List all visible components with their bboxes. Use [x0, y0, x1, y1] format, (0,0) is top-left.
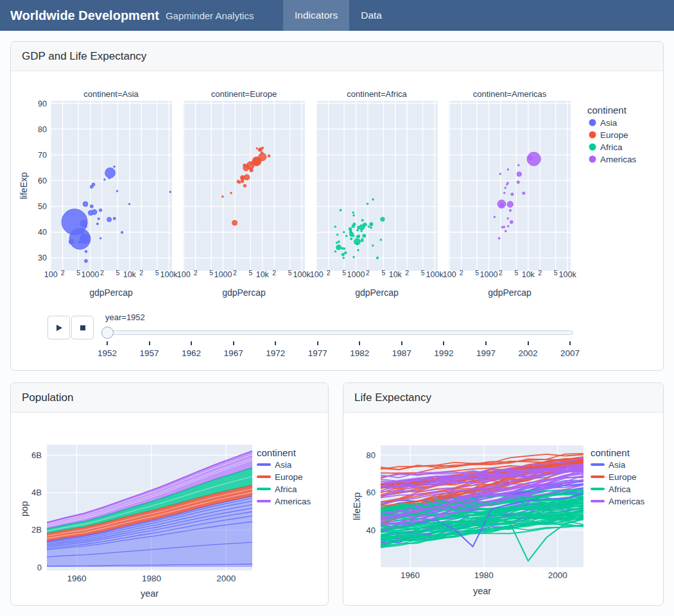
- svg-text:2: 2: [405, 269, 409, 277]
- legend-item-europe[interactable]: Europe: [591, 472, 637, 482]
- legend-item-americas[interactable]: Americas: [591, 497, 645, 506]
- slider-tick-label: 1977: [298, 348, 337, 358]
- bubble-serbia: [243, 184, 246, 187]
- gdp-life-scatter-chart[interactable]: continent=Asia1002510002510k25100kgdpPer…: [11, 71, 663, 305]
- legend-item-asia[interactable]: Asia: [591, 460, 626, 470]
- bubble-panama: [503, 192, 505, 194]
- bubble-iraq: [113, 218, 116, 220]
- nav-tabs: IndicatorsData: [283, 0, 393, 31]
- svg-text:pop: pop: [19, 501, 30, 517]
- population-area-chart[interactable]: 02B4B6B196019802000yearpopcontinentAsiaE…: [11, 413, 328, 605]
- svg-text:2000: 2000: [216, 574, 236, 583]
- bubble-mongolia: [85, 226, 87, 228]
- bubble-zimbabwe: [340, 209, 341, 211]
- bubble-mauritania: [350, 230, 352, 232]
- slider-tick-label: 1967: [214, 348, 253, 358]
- slider-tick-label: 1962: [172, 348, 211, 358]
- bubble-iran: [107, 218, 112, 222]
- bubble-mexico: [507, 201, 513, 207]
- svg-text:80: 80: [367, 450, 376, 460]
- bubble-uruguay: [518, 164, 520, 166]
- bubble-liberia: [346, 235, 348, 237]
- facet-asia[interactable]: continent=Asia1002510002510k25100kgdpPer…: [44, 89, 178, 298]
- bubble-mauritius: [367, 203, 368, 205]
- legend-item-europe[interactable]: Europe: [589, 130, 628, 140]
- svg-text:40: 40: [367, 526, 376, 535]
- svg-text:2: 2: [499, 269, 503, 277]
- legend-item-africa[interactable]: Africa: [257, 484, 297, 494]
- bubble-eritrea: [336, 242, 338, 244]
- bubble-ireland: [250, 162, 252, 164]
- svg-text:5: 5: [381, 269, 385, 277]
- slider-tick-label: 1972: [256, 348, 295, 358]
- year-slider-handle[interactable]: [101, 327, 114, 339]
- bubble-ecuador: [509, 209, 511, 211]
- bubble-haiti: [498, 237, 500, 239]
- legend-item-americas[interactable]: Americas: [257, 497, 311, 506]
- svg-text:1000: 1000: [347, 270, 365, 279]
- legend-item-africa[interactable]: Africa: [589, 142, 623, 152]
- svg-text:Africa: Africa: [275, 484, 297, 494]
- legend-item-asia[interactable]: Asia: [257, 460, 292, 470]
- play-icon: [55, 324, 63, 332]
- legend-item-americas[interactable]: Americas: [589, 155, 637, 164]
- bubble-el-salvador: [507, 218, 509, 219]
- facet-europe[interactable]: continent=Europe1002510002510k25100kgdpP…: [177, 89, 311, 298]
- slider-tick-label: 1992: [424, 348, 463, 358]
- svg-text:10k: 10k: [256, 270, 270, 279]
- svg-text:gdpPercap: gdpPercap: [355, 287, 399, 298]
- tab-indicators[interactable]: Indicators: [283, 0, 349, 31]
- bubble-south-africa: [381, 218, 385, 221]
- bubble-swaziland: [358, 228, 359, 230]
- stop-button[interactable]: [71, 316, 94, 339]
- legend-item-europe[interactable]: Europe: [257, 472, 303, 482]
- legend-item-africa[interactable]: Africa: [591, 484, 631, 494]
- svg-text:10k: 10k: [389, 270, 402, 279]
- card-population: Population 02B4B6B196019802000yearpopcon…: [10, 382, 329, 606]
- svg-text:100k: 100k: [293, 270, 311, 279]
- svg-text:1980: 1980: [142, 574, 161, 583]
- svg-text:year: year: [141, 588, 159, 599]
- slider-tick-label: 1987: [383, 348, 421, 358]
- bubble-togo: [352, 235, 354, 237]
- svg-text:2: 2: [538, 269, 542, 277]
- bubble-portugal: [241, 180, 244, 183]
- bubble-nicaragua: [507, 225, 509, 227]
- svg-text:Africa: Africa: [600, 142, 623, 152]
- slider-tick: [317, 341, 318, 345]
- facet-americas[interactable]: continent=Americas1002510002510k25100kgd…: [443, 89, 577, 298]
- bubble-lesotho: [334, 226, 336, 228]
- svg-text:continent=Africa: continent=Africa: [347, 89, 407, 99]
- tab-data[interactable]: Data: [349, 0, 393, 31]
- svg-text:2: 2: [61, 269, 65, 277]
- bubble-israel: [114, 166, 116, 168]
- play-button[interactable]: [48, 316, 70, 339]
- svg-text:continent=Europe: continent=Europe: [211, 89, 277, 99]
- bubble-chile: [511, 193, 514, 196]
- bubble-libya: [370, 225, 372, 227]
- bubble-greece: [243, 164, 246, 167]
- bubble-cuba: [517, 181, 519, 184]
- card-title-gdp-life: GDP and Life Expectancy: [11, 42, 663, 71]
- svg-text:5: 5: [116, 269, 119, 277]
- svg-text:70: 70: [38, 151, 47, 160]
- bubble-sierra-leone: [353, 256, 355, 258]
- facet-africa[interactable]: continent=Africa1002510002510k25100kgdpP…: [310, 89, 444, 298]
- population-legend: continentAsiaEuropeAfricaAmericas: [257, 447, 311, 506]
- year-slider-track[interactable]: [103, 330, 573, 335]
- bubble-switzerland: [268, 155, 270, 157]
- svg-text:100: 100: [177, 270, 191, 279]
- bubble-bolivia: [505, 230, 506, 232]
- legend-item-asia[interactable]: Asia: [589, 118, 618, 128]
- bubble-montenegro: [239, 182, 241, 184]
- svg-text:gdpPercap: gdpPercap: [222, 287, 266, 298]
- bubble-yemen-rep-: [85, 250, 87, 253]
- bubble-kuwait: [169, 191, 171, 193]
- bubble-thailand: [83, 201, 88, 207]
- svg-text:gdpPercap: gdpPercap: [89, 287, 133, 298]
- life-expectancy-line-chart[interactable]: 406080196019802000yearlifeExpcontinentAs…: [343, 413, 663, 605]
- svg-text:60: 60: [38, 176, 47, 185]
- svg-text:Africa: Africa: [609, 484, 631, 494]
- bubble-paraguay: [499, 173, 501, 175]
- bubble-afghanistan: [84, 259, 87, 262]
